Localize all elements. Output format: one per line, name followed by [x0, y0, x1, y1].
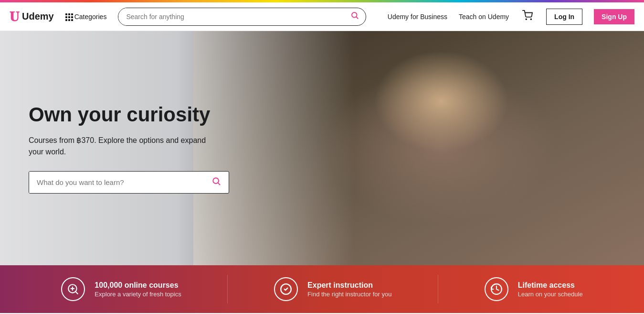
categories-button[interactable]: Categories: [62, 13, 111, 21]
cart-icon: [522, 10, 533, 21]
expert-icon-circle: [274, 277, 298, 301]
hero-title: Own your curiosity: [29, 103, 326, 127]
hero-section: Own your curiosity Courses from ฿370. Ex…: [0, 31, 644, 265]
hero-search-button[interactable]: [204, 176, 229, 188]
categories-label: Categories: [74, 13, 107, 21]
cart-button[interactable]: [520, 10, 535, 23]
lifetime-icon-circle: [485, 277, 508, 301]
stat-title-lifetime: Lifetime access: [518, 281, 583, 290]
courses-icon: [67, 283, 79, 295]
stat-desc-courses: Explore a variety of fresh topics: [95, 291, 181, 298]
stat-desc-lifetime: Learn on your schedule: [518, 291, 583, 298]
nav-business-link[interactable]: Udemy for Business: [388, 13, 447, 21]
logo-icon: 𝐔: [10, 10, 19, 23]
stat-divider-1: [227, 275, 228, 303]
stat-desc-expert: Find the right instructor for you: [307, 291, 391, 298]
expert-icon: [280, 283, 292, 295]
stat-title-expert: Expert instruction: [307, 281, 391, 290]
hero-search-bar: [29, 171, 229, 194]
hero-content: Own your curiosity Courses from ฿370. Ex…: [0, 31, 354, 265]
grid-icon: [65, 13, 72, 20]
stat-item-expert: Expert instruction Find the right instru…: [274, 277, 391, 301]
hero-search-icon: [211, 176, 221, 186]
svg-line-5: [218, 183, 220, 185]
courses-icon-circle: [61, 277, 85, 301]
search-icon: [350, 11, 359, 22]
lifetime-icon: [490, 283, 503, 295]
logo-text: Udemy: [22, 11, 54, 22]
stat-item-courses: 100,000 online courses Explore a variety…: [61, 277, 181, 301]
stat-item-lifetime: Lifetime access Learn on your schedule: [485, 277, 583, 301]
nav-links: Udemy for Business Teach on Udemy Log In…: [388, 9, 634, 25]
search-input[interactable]: [118, 8, 344, 25]
stats-bar: 100,000 online courses Explore a variety…: [0, 265, 644, 313]
svg-point-3: [531, 19, 532, 20]
stat-text-courses: 100,000 online courses Explore a variety…: [95, 281, 181, 298]
stat-text-lifetime: Lifetime access Learn on your schedule: [518, 281, 583, 298]
svg-point-2: [526, 19, 527, 20]
login-button[interactable]: Log In: [546, 9, 582, 25]
stat-title-courses: 100,000 online courses: [95, 281, 181, 290]
signup-button[interactable]: Sign Up: [594, 9, 634, 24]
search-button[interactable]: [344, 11, 366, 22]
navbar: 𝐔 Udemy Categories Udemy for Business Te…: [0, 2, 644, 31]
nav-teach-link[interactable]: Teach on Udemy: [459, 13, 509, 21]
logo-link[interactable]: 𝐔 Udemy: [10, 10, 54, 23]
search-bar: [118, 8, 366, 26]
stat-text-expert: Expert instruction Find the right instru…: [307, 281, 391, 298]
hero-search-input[interactable]: [29, 172, 204, 193]
stat-divider-2: [438, 275, 438, 303]
svg-line-1: [357, 17, 358, 18]
hero-subtitle: Courses from ฿370. Explore the options a…: [29, 135, 210, 158]
